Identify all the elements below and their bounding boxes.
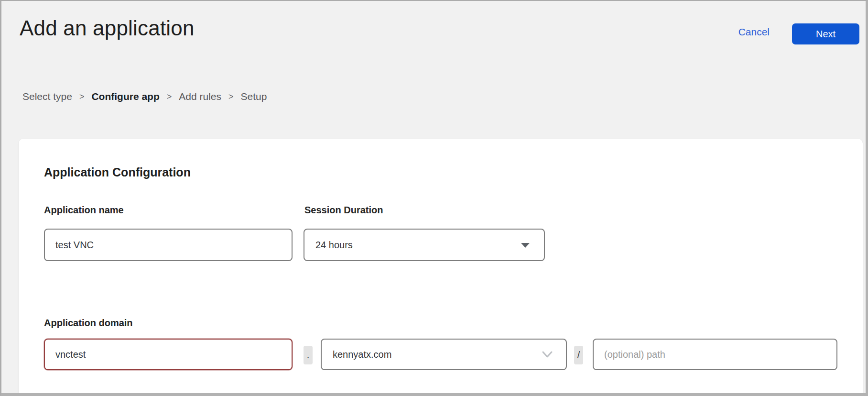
slash-separator: / <box>574 346 583 364</box>
chevron-down-icon <box>542 351 553 358</box>
application-domain-label: Application domain <box>44 318 133 329</box>
section-title: Application Configuration <box>44 165 191 179</box>
breadcrumb-step-add-rules[interactable]: Add rules <box>179 91 221 102</box>
breadcrumb-step-setup[interactable]: Setup <box>241 91 267 102</box>
add-application-page: Add an application Cancel Next Select ty… <box>0 0 868 396</box>
page-title: Add an application <box>20 16 195 40</box>
breadcrumb-separator: > <box>167 92 172 102</box>
breadcrumb-separator: > <box>79 92 85 102</box>
caret-down-icon <box>521 243 530 248</box>
cancel-button[interactable]: Cancel <box>738 26 770 38</box>
path-input[interactable] <box>593 339 837 370</box>
next-button[interactable]: Next <box>792 23 859 44</box>
session-duration-select[interactable]: 24 hours <box>304 229 545 261</box>
breadcrumb: Select type > Configure app > Add rules … <box>22 91 267 102</box>
domain-select-value: kennyatx.com <box>333 349 391 360</box>
breadcrumb-separator: > <box>228 92 234 102</box>
dot-separator: . <box>304 346 313 364</box>
domain-select[interactable]: kennyatx.com <box>321 339 567 370</box>
breadcrumb-step-configure-app[interactable]: Configure app <box>91 91 159 102</box>
session-duration-value: 24 hours <box>315 240 353 251</box>
application-configuration-card: Application Configuration Application na… <box>19 139 863 396</box>
breadcrumb-step-select-type[interactable]: Select type <box>22 91 72 102</box>
subdomain-input[interactable] <box>44 339 293 370</box>
application-name-input[interactable] <box>44 229 293 261</box>
session-duration-label: Session Duration <box>304 205 383 216</box>
application-name-label: Application name <box>44 205 124 216</box>
